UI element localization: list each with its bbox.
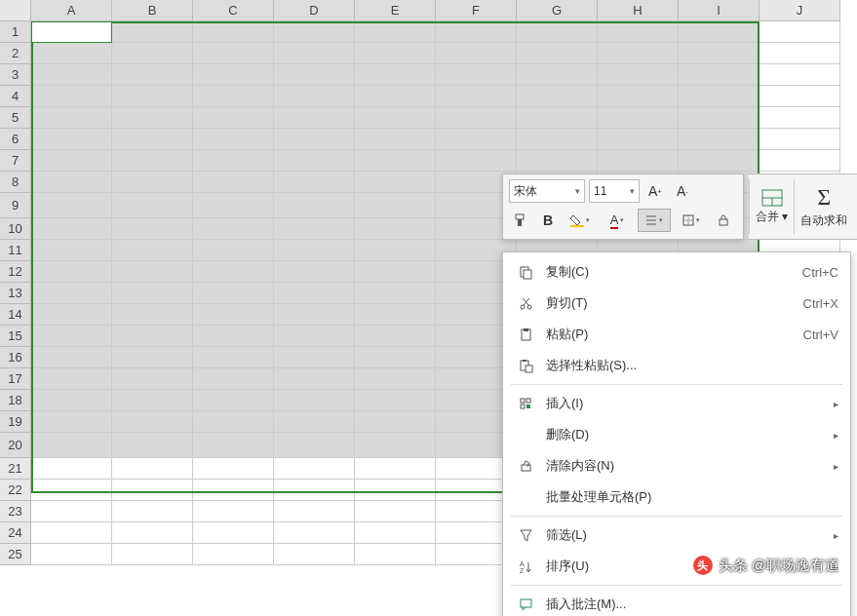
- cell[interactable]: [598, 107, 679, 129]
- cell[interactable]: [517, 64, 598, 86]
- cell[interactable]: [193, 240, 274, 261]
- cell[interactable]: [760, 64, 840, 86]
- cell[interactable]: [112, 261, 193, 283]
- cell[interactable]: [355, 64, 436, 86]
- cell[interactable]: [436, 129, 517, 150]
- menu-item[interactable]: 批量处理单元格(P): [503, 481, 850, 513]
- cell[interactable]: [679, 150, 760, 172]
- cell[interactable]: [193, 172, 274, 193]
- cell[interactable]: [355, 368, 436, 390]
- column-header[interactable]: F: [436, 0, 517, 21]
- cell[interactable]: [274, 240, 355, 261]
- cell[interactable]: [679, 43, 760, 64]
- row-header[interactable]: 20: [0, 433, 31, 458]
- cell[interactable]: [274, 218, 355, 240]
- cell[interactable]: [31, 304, 112, 326]
- cell[interactable]: [274, 129, 355, 150]
- cell[interactable]: [112, 390, 193, 411]
- cell[interactable]: [193, 150, 274, 172]
- cell[interactable]: [274, 411, 355, 433]
- cell[interactable]: [31, 501, 112, 522]
- cell[interactable]: [760, 21, 840, 43]
- cell[interactable]: [31, 218, 112, 240]
- column-header[interactable]: A: [31, 0, 112, 21]
- font-size-select[interactable]: 11: [589, 179, 640, 203]
- cell[interactable]: [274, 326, 355, 347]
- row-header[interactable]: 18: [0, 390, 31, 411]
- row-header[interactable]: 3: [0, 64, 31, 86]
- cell[interactable]: [31, 193, 112, 218]
- cell[interactable]: [31, 240, 112, 261]
- cell[interactable]: [436, 86, 517, 107]
- row-header[interactable]: 1: [0, 21, 31, 43]
- autosum-button[interactable]: Σ 自动求和: [795, 174, 853, 239]
- cell[interactable]: [598, 150, 679, 172]
- row-header[interactable]: 19: [0, 411, 31, 433]
- cell[interactable]: [193, 390, 274, 411]
- cell[interactable]: [355, 522, 436, 544]
- align-button[interactable]: [638, 209, 671, 232]
- menu-item[interactable]: AZ排序(U)▸: [503, 551, 850, 582]
- cell[interactable]: [355, 240, 436, 261]
- cell[interactable]: [112, 283, 193, 304]
- cell[interactable]: [355, 261, 436, 283]
- cell[interactable]: [274, 390, 355, 411]
- cell[interactable]: [112, 21, 193, 43]
- cell[interactable]: [355, 86, 436, 107]
- cell[interactable]: [355, 326, 436, 347]
- cell[interactable]: [355, 218, 436, 240]
- cell[interactable]: [31, 150, 112, 172]
- cell[interactable]: [679, 129, 760, 150]
- cell[interactable]: [112, 218, 193, 240]
- cell[interactable]: [193, 129, 274, 150]
- cell[interactable]: [31, 544, 112, 565]
- cell[interactable]: [355, 129, 436, 150]
- cell[interactable]: [436, 43, 517, 64]
- cell[interactable]: [31, 261, 112, 283]
- cell[interactable]: [517, 129, 598, 150]
- cell[interactable]: [31, 458, 112, 480]
- cell[interactable]: [436, 150, 517, 172]
- cell[interactable]: [193, 326, 274, 347]
- row-header[interactable]: 25: [0, 544, 31, 565]
- row-header[interactable]: 7: [0, 150, 31, 172]
- cell[interactable]: [598, 43, 679, 64]
- cell[interactable]: [355, 480, 436, 501]
- column-header[interactable]: H: [598, 0, 679, 21]
- menu-item[interactable]: 粘贴(P)Ctrl+V: [503, 319, 850, 350]
- row-header[interactable]: 23: [0, 501, 31, 522]
- cell[interactable]: [436, 21, 517, 43]
- cell[interactable]: [355, 150, 436, 172]
- cell[interactable]: [274, 433, 355, 458]
- cell[interactable]: [112, 411, 193, 433]
- cell[interactable]: [274, 458, 355, 480]
- cell[interactable]: [517, 150, 598, 172]
- font-family-select[interactable]: 宋体: [509, 179, 585, 203]
- row-header[interactable]: 5: [0, 107, 31, 129]
- row-header[interactable]: 4: [0, 86, 31, 107]
- cell[interactable]: [112, 64, 193, 86]
- cell[interactable]: [193, 433, 274, 458]
- cell[interactable]: [112, 107, 193, 129]
- cell[interactable]: [112, 368, 193, 390]
- cell[interactable]: [31, 107, 112, 129]
- cell[interactable]: [274, 522, 355, 544]
- cell[interactable]: [193, 411, 274, 433]
- cell[interactable]: [31, 433, 112, 458]
- format-painter-button[interactable]: [509, 209, 532, 232]
- cell[interactable]: [193, 347, 274, 368]
- menu-item[interactable]: 筛选(L)▸: [503, 520, 850, 551]
- cell[interactable]: [193, 43, 274, 64]
- cell[interactable]: [679, 21, 760, 43]
- cell[interactable]: [598, 64, 679, 86]
- cell[interactable]: [436, 107, 517, 129]
- cell[interactable]: [31, 43, 112, 64]
- row-header[interactable]: 10: [0, 218, 31, 240]
- grow-font-button[interactable]: A+: [643, 179, 667, 203]
- cell[interactable]: [112, 347, 193, 368]
- cell[interactable]: [193, 501, 274, 522]
- cell[interactable]: [31, 368, 112, 390]
- menu-item[interactable]: 插入批注(M)...: [503, 589, 850, 616]
- cell[interactable]: [274, 193, 355, 218]
- column-header[interactable]: B: [112, 0, 193, 21]
